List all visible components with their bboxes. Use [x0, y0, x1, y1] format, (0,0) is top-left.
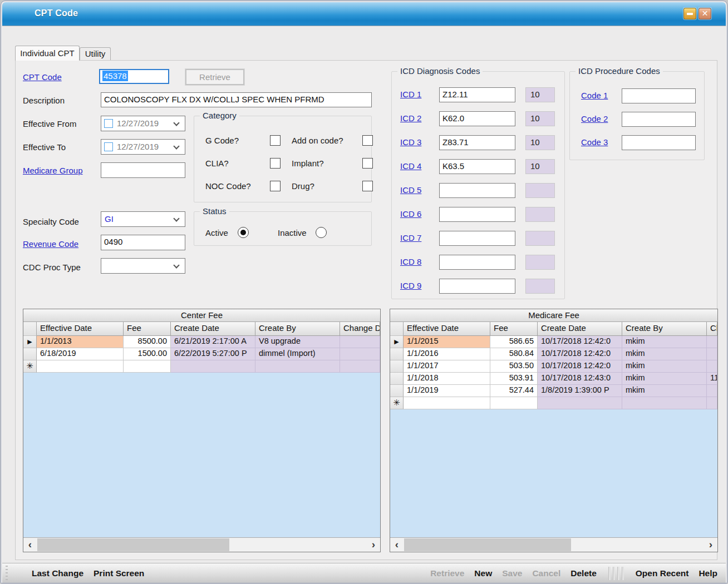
grid-cell[interactable]: 503.50 — [490, 360, 538, 373]
grid-cell[interactable]: 503.91 — [490, 373, 538, 385]
delete-button[interactable]: Delete — [565, 568, 602, 578]
status-radio-inactive[interactable] — [316, 227, 327, 238]
grid-cell[interactable]: mkim — [622, 336, 707, 348]
grid-center-hscrollbar[interactable]: ‹› — [23, 537, 380, 552]
icd-3-link[interactable]: ICD 3 — [400, 137, 421, 147]
grid-cell[interactable]: 527.44 — [490, 385, 538, 397]
effective-to-checkbox[interactable] — [104, 142, 113, 151]
row-selector[interactable] — [390, 348, 404, 360]
icd-proc-code-3-input[interactable] — [622, 135, 696, 150]
grid-medicare-col-create-by[interactable]: Create By — [622, 322, 707, 336]
cpt-code-link[interactable]: CPT Code — [23, 72, 62, 82]
grid-cell[interactable]: 1/8/2019 1:39:00 P — [538, 385, 622, 397]
grid-cell[interactable]: 1/1/2015 — [404, 336, 490, 348]
new-row-indicator[interactable]: ✳ — [390, 397, 404, 409]
icd-proc-code-2-link[interactable]: Code 2 — [581, 114, 608, 123]
grid-center-col-create-date[interactable]: Create Date — [171, 322, 255, 336]
grid-cell[interactable] — [404, 397, 490, 409]
grid-center-col-create-by[interactable]: Create By — [255, 322, 340, 336]
grid-cell[interactable]: 1/1/2019 — [404, 385, 490, 397]
grid-cell[interactable]: 580.84 — [490, 348, 538, 360]
icd-8-link[interactable]: ICD 8 — [400, 257, 421, 266]
category-checkbox-g-code[interactable] — [270, 135, 281, 146]
grid-cell[interactable]: 6/21/2019 2:17:00 A — [171, 336, 255, 348]
cdc-proc-type-dropdown[interactable] — [101, 258, 185, 274]
current-row-indicator[interactable]: ▶ — [23, 336, 37, 348]
new-row-indicator[interactable]: ✳ — [23, 360, 37, 373]
icd-proc-code-2-input[interactable] — [622, 112, 696, 127]
icd-9-link[interactable]: ICD 9 — [400, 281, 421, 290]
minimize-button[interactable] — [683, 8, 696, 19]
icd-7-link[interactable]: ICD 7 — [400, 233, 421, 242]
grid-medicare-scroll-thumb[interactable] — [404, 538, 571, 551]
row-selector[interactable] — [390, 373, 404, 385]
grid-cell[interactable]: 1/1/2013 — [37, 336, 124, 348]
grid-cell[interactable] — [707, 348, 717, 360]
grid-cell[interactable] — [255, 360, 340, 373]
grid-cell[interactable]: 1/1/2018 — [404, 373, 490, 385]
description-input[interactable]: COLONOSCOPY FLX DX W/COLLJ SPEC WHEN PFR… — [101, 92, 372, 107]
new-button[interactable]: New — [469, 568, 497, 578]
scroll-left-icon[interactable]: ‹ — [23, 538, 37, 552]
grid-cell[interactable]: 8500.00 — [124, 336, 171, 348]
icd-6-link[interactable]: ICD 6 — [400, 209, 421, 219]
icd-2-input[interactable]: K62.0 — [439, 111, 515, 126]
effective-to-datepicker[interactable]: 12/27/2019 — [101, 139, 185, 155]
grid-cell[interactable] — [707, 385, 717, 397]
cancel-button[interactable]: Cancel — [527, 568, 565, 578]
table-row[interactable]: 1/1/2017503.5010/17/2018 12:42:0mkim — [390, 360, 717, 373]
table-row[interactable]: 1/1/2019527.441/8/2019 1:39:00 Pmkim — [390, 385, 717, 397]
grid-medicare-col-effective-date[interactable]: Effective Date — [404, 322, 490, 336]
icd-9-input[interactable] — [439, 279, 515, 294]
tab-utility[interactable]: Utility — [80, 47, 111, 61]
grid-cell[interactable] — [538, 397, 622, 409]
medicare-group-input[interactable] — [101, 162, 185, 178]
print-screen-button[interactable]: Print Screen — [88, 568, 149, 578]
grid-cell[interactable]: 6/22/2019 5:27:00 P — [171, 348, 255, 360]
scroll-right-icon[interactable]: › — [704, 538, 717, 552]
category-checkbox-drug[interactable] — [362, 181, 373, 191]
revenue-code-input[interactable]: 0490 — [101, 235, 185, 250]
open-recent-button[interactable]: Open Recent — [631, 568, 694, 578]
grid-medicare-hscrollbar[interactable]: ‹› — [390, 537, 717, 552]
grid-center-scroll-thumb[interactable] — [37, 538, 229, 551]
close-button[interactable]: ✕ — [699, 8, 711, 19]
grid-cell[interactable]: 11/ — [707, 373, 717, 385]
grid-cell[interactable]: mkim — [622, 360, 707, 373]
category-checkbox-add-on-code[interactable] — [362, 135, 373, 146]
row-selector[interactable] — [390, 360, 404, 373]
status-radio-active[interactable] — [238, 227, 249, 238]
grid-cell[interactable] — [622, 397, 707, 409]
current-row-indicator[interactable]: ▶ — [390, 336, 404, 348]
grid-cell[interactable]: 10/17/2018 12:42:0 — [538, 360, 622, 373]
table-row[interactable]: 1/1/2018503.9110/17/2018 12:43:0mkim11/ — [390, 373, 717, 385]
icd-proc-code-1-input[interactable] — [622, 88, 696, 103]
grid-cell[interactable]: dimmel (Import) — [255, 348, 340, 360]
icd-5-link[interactable]: ICD 5 — [400, 185, 421, 195]
icd-4-link[interactable]: ICD 4 — [400, 161, 421, 171]
icd-proc-code-1-link[interactable]: Code 1 — [581, 91, 608, 100]
table-row[interactable]: ▶1/1/2015586.6510/17/2018 12:42:0mkim — [390, 336, 717, 348]
table-row[interactable]: ▶1/1/20138500.006/21/2019 2:17:00 AV8 up… — [23, 336, 380, 348]
grid-cell[interactable]: 1/1/2016 — [404, 348, 490, 360]
table-row[interactable]: ✳ — [390, 397, 717, 409]
grid-center-col-effective-date[interactable]: Effective Date — [37, 322, 124, 336]
revenue-code-link[interactable]: Revenue Code — [23, 239, 78, 249]
category-checkbox-clia[interactable] — [270, 158, 281, 169]
grid-cell[interactable] — [707, 360, 717, 373]
scroll-left-icon[interactable]: ‹ — [390, 538, 404, 552]
grid-cell[interactable]: 1500.00 — [124, 348, 171, 360]
grid-medicare-col-create-date[interactable]: Create Date — [538, 322, 622, 336]
table-row[interactable]: 6/18/20191500.006/22/2019 5:27:00 Pdimme… — [23, 348, 380, 360]
grid-medicare-col-change-date[interactable]: Change Date — [707, 322, 717, 336]
category-checkbox-implant[interactable] — [362, 158, 373, 169]
grid-cell[interactable]: mkim — [622, 385, 707, 397]
icd-proc-code-3-link[interactable]: Code 3 — [581, 137, 608, 147]
icd-1-input[interactable]: Z12.11 — [439, 87, 515, 102]
tab-individual-cpt[interactable]: Individual CPT — [15, 46, 80, 61]
table-row[interactable]: ✳ — [23, 360, 380, 373]
grid-cell[interactable]: 10/17/2018 12:43:0 — [538, 373, 622, 385]
grid-cell[interactable]: V8 upgrade — [255, 336, 340, 348]
retrieve-button[interactable]: Retrieve — [185, 69, 244, 85]
cpt-code-input[interactable]: 45378 — [99, 69, 169, 84]
